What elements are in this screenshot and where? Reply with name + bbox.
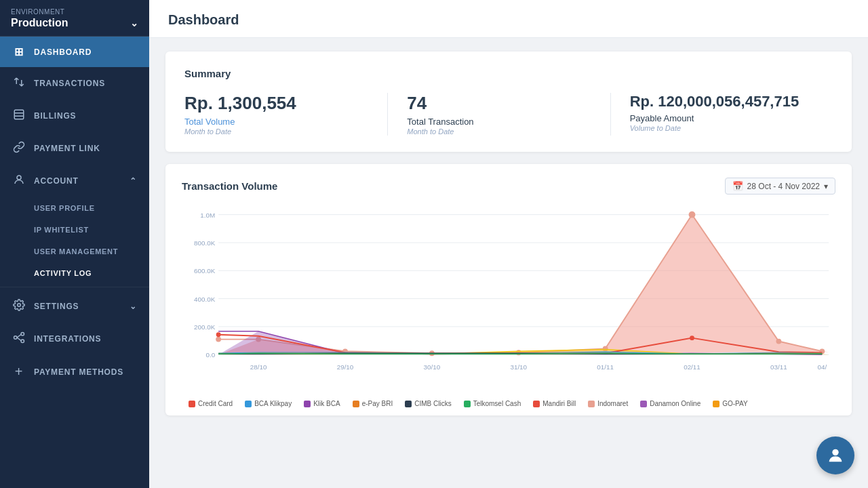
legend-label: Mandiri Bill	[542, 400, 576, 407]
chart-title: Transaction Volume	[182, 180, 277, 192]
sidebar-item-integrations[interactable]: INTEGRATIONS	[0, 323, 149, 355]
legend-label: Klik BCA	[313, 400, 340, 407]
sidebar-sub-activity-log[interactable]: ACTIVITY LOG	[0, 262, 149, 284]
legend-label: e-Pay BRI	[362, 400, 393, 407]
legend-label: Danamon Online	[650, 400, 701, 407]
svg-point-6	[21, 333, 24, 336]
sidebar-item-dashboard[interactable]: ⊞ DASHBOARD	[0, 37, 149, 67]
summary-sublabel-volume: Month to Date	[184, 127, 368, 136]
svg-point-37	[689, 211, 696, 218]
svg-text:0.0: 0.0	[206, 351, 216, 359]
sidebar-item-label: INTEGRATIONS	[34, 334, 101, 344]
sub-item-label: IP WHITELIST	[34, 226, 89, 234]
nav-divider	[0, 287, 149, 287]
svg-text:28/10: 28/10	[250, 363, 267, 371]
summary-sublabel-payable: Volume to Date	[630, 124, 814, 132]
page-header: Dashboard	[149, 0, 868, 38]
sidebar-item-label: SETTINGS	[34, 302, 79, 311]
svg-point-5	[14, 336, 18, 340]
transaction-chart: 1.0M 800.0K 600.0K 400.0K 200.0K 0.0 28/…	[182, 201, 835, 394]
dashboard-icon: ⊞	[12, 45, 26, 58]
legend-item-credit-card: Credit Card	[189, 400, 233, 407]
svg-point-44	[832, 449, 838, 455]
svg-text:03/11: 03/11	[770, 363, 787, 371]
summary-sublabel-transaction: Month to Date	[407, 127, 591, 136]
legend-label: Credit Card	[198, 400, 233, 407]
date-range-text: 28 Oct - 4 Nov 2022	[747, 182, 820, 191]
svg-point-42	[216, 332, 221, 337]
sidebar-item-account[interactable]: ACCOUNT ⌃	[0, 165, 149, 197]
summary-value-payable: Rp. 120,000,056,457,715	[630, 93, 814, 110]
sidebar-sub-ip-whitelist[interactable]: IP WHITELIST	[0, 219, 149, 241]
billings-icon	[12, 108, 26, 123]
svg-point-31	[216, 337, 221, 342]
page-title: Dashboard	[168, 12, 849, 28]
svg-text:01/11: 01/11	[597, 363, 614, 371]
summary-item-payable: Rp. 120,000,056,457,715 Payable Amount V…	[630, 93, 833, 136]
sub-item-label: ACTIVITY LOG	[34, 269, 92, 277]
content-area: Summary Rp. 1,300,554 Total Volume Month…	[149, 38, 868, 429]
calendar-icon: 📅	[732, 181, 743, 191]
summary-label-transaction: Total Transaction	[407, 117, 591, 127]
sidebar-item-label: TRANSACTIONS	[34, 79, 105, 88]
sidebar-sub-user-management[interactable]: USER MANAGEMENT	[0, 241, 149, 262]
svg-line-8	[17, 335, 21, 338]
legend-item-gopay: GO-PAY	[713, 400, 747, 407]
helper-character-button[interactable]	[816, 436, 854, 474]
svg-text:600.0K: 600.0K	[194, 267, 216, 274]
summary-item-volume: Rp. 1,300,554 Total Volume Month to Date	[184, 93, 388, 136]
svg-text:30/10: 30/10	[424, 363, 441, 371]
legend-item-bca-klikpay: BCA Klikpay	[245, 400, 292, 407]
settings-chevron-icon: ⌄	[130, 302, 137, 311]
sidebar-item-billings[interactable]: BILLINGS	[0, 100, 149, 132]
legend-item-epay-bri: e-Pay BRI	[353, 400, 393, 407]
chart-legend: Credit Card BCA Klikpay Klik BCA e-Pay B…	[182, 400, 835, 407]
legend-label: Indomaret	[597, 400, 628, 407]
legend-item-klik-bca: Klik BCA	[304, 400, 340, 407]
sidebar-item-payment-link[interactable]: PAYMENT LINK	[0, 132, 149, 165]
date-filter-button[interactable]: 📅 28 Oct - 4 Nov 2022 ▾	[725, 178, 835, 195]
svg-text:400.0K: 400.0K	[194, 296, 216, 303]
main-content: Dashboard Summary Rp. 1,300,554 Total Vo…	[149, 0, 868, 488]
summary-value-transaction: 74	[407, 93, 591, 114]
sidebar-item-settings[interactable]: SETTINGS ⌄	[0, 290, 149, 323]
legend-label: Telkomsel Cash	[473, 400, 521, 407]
sub-item-label: USER MANAGEMENT	[34, 247, 118, 256]
summary-label-volume: Total Volume	[184, 117, 368, 127]
legend-color-epay-bri	[353, 401, 359, 407]
svg-point-7	[21, 340, 24, 343]
legend-label: GO-PAY	[722, 400, 747, 407]
chart-card: Transaction Volume 📅 28 Oct - 4 Nov 2022…	[165, 164, 852, 415]
summary-label-payable: Payable Amount	[630, 113, 814, 123]
svg-text:02/11: 02/11	[684, 363, 701, 371]
environment-section: Environment Production ⌄	[0, 0, 149, 37]
svg-point-4	[18, 304, 21, 307]
sidebar-item-label: DASHBOARD	[34, 47, 92, 57]
svg-text:200.0K: 200.0K	[194, 323, 216, 331]
sidebar-item-payment-methods[interactable]: + PAYMENT METHODS	[0, 355, 149, 388]
legend-item-danamon-online: Danamon Online	[640, 400, 701, 407]
svg-text:04/: 04/	[817, 363, 827, 371]
summary-grid: Rp. 1,300,554 Total Volume Month to Date…	[184, 93, 833, 136]
chevron-down-icon: ⌄	[130, 18, 138, 28]
settings-icon	[12, 299, 26, 314]
legend-color-bca-klikpay	[245, 401, 252, 407]
legend-item-cimb-clicks: CIMB Clicks	[405, 400, 451, 407]
legend-color-credit-card	[189, 401, 195, 407]
env-selector[interactable]: Production ⌄	[11, 17, 138, 29]
legend-color-telkomsel-cash	[464, 401, 471, 407]
svg-rect-0	[14, 110, 24, 119]
sidebar-item-label: PAYMENT METHODS	[34, 367, 123, 377]
svg-text:29/10: 29/10	[337, 363, 354, 371]
env-name-text: Production	[11, 17, 68, 29]
chart-header: Transaction Volume 📅 28 Oct - 4 Nov 2022…	[182, 178, 835, 195]
payment-link-icon	[12, 141, 26, 156]
legend-label: BCA Klikpay	[254, 400, 292, 407]
sidebar-item-transactions[interactable]: TRANSACTIONS	[0, 67, 149, 100]
svg-line-9	[17, 338, 21, 341]
legend-color-gopay	[713, 401, 719, 407]
sidebar-sub-user-profile[interactable]: USER PROFILE	[0, 197, 149, 219]
env-label: Environment	[11, 8, 138, 16]
svg-marker-30	[218, 215, 829, 355]
chart-container: 1.0M 800.0K 600.0K 400.0K 200.0K 0.0 28/…	[182, 201, 835, 394]
